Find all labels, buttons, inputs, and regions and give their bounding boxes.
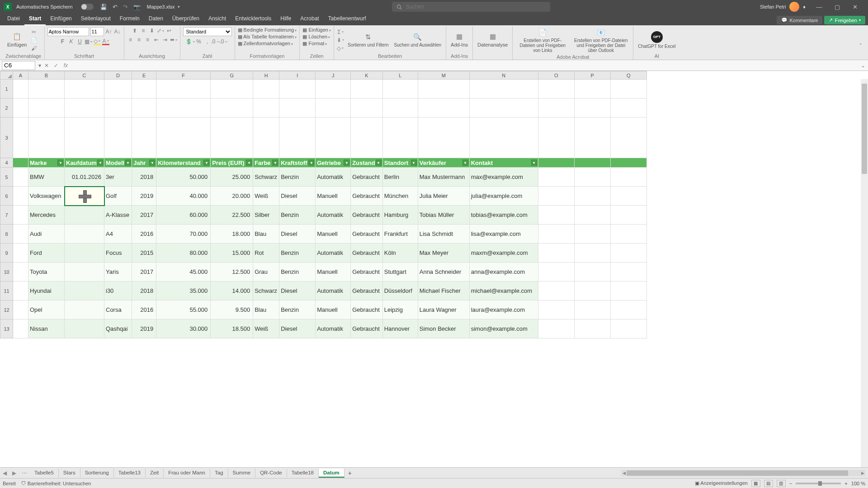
comments-button[interactable]: 💬 Kommentare: [777, 16, 822, 24]
cell[interactable]: [132, 117, 156, 158]
accessibility-status[interactable]: ⛉ Barrierefreiheit: Untersuchen: [21, 481, 91, 486]
sheet-tab[interactable]: Tag: [210, 469, 228, 478]
row-header[interactable]: 6: [0, 187, 13, 206]
cell[interactable]: [382, 99, 418, 117]
fx-icon[interactable]: fx: [62, 62, 70, 69]
cell[interactable]: 30.000: [156, 319, 211, 338]
cell[interactable]: A4: [104, 225, 132, 244]
cell[interactable]: [610, 244, 646, 263]
vertical-scrollbar[interactable]: [861, 79, 868, 467]
page-layout-view-icon[interactable]: ▤: [764, 480, 773, 487]
create-pdf-outlook[interactable]: 📧Erstellen von PDF-Dateien und Freigeben…: [571, 27, 630, 54]
doc-dropdown-icon[interactable]: ▾: [178, 5, 180, 9]
cell[interactable]: Leipzig: [382, 300, 418, 319]
col-header[interactable]: H: [253, 71, 279, 80]
cell[interactable]: [574, 99, 610, 117]
cell[interactable]: michael@example.com: [469, 282, 538, 300]
cell[interactable]: Weiß: [253, 319, 279, 338]
cell[interactable]: [610, 158, 646, 168]
cell[interactable]: [538, 244, 574, 263]
row-header[interactable]: 7: [0, 206, 13, 225]
cell[interactable]: [382, 117, 418, 158]
col-header[interactable]: B: [28, 71, 65, 80]
cell[interactable]: [538, 225, 574, 244]
decrease-font-icon[interactable]: A↓: [114, 28, 121, 35]
filter-icon[interactable]: ▾: [411, 160, 417, 166]
menu-tab-entwicklertools[interactable]: Entwicklertools: [231, 13, 276, 25]
cell[interactable]: [104, 99, 132, 117]
cell[interactable]: Benzin: [279, 244, 316, 263]
save-icon[interactable]: 💾: [100, 4, 107, 10]
sheet-tab[interactable]: QR-Code: [255, 469, 287, 478]
align-left-icon[interactable]: ≡: [127, 36, 134, 43]
sheet-tab[interactable]: Summe: [228, 469, 256, 478]
col-header[interactable]: D: [104, 71, 132, 80]
menu-tab-start[interactable]: Start: [24, 13, 46, 25]
clear-icon[interactable]: ◇: [337, 45, 344, 52]
search-input[interactable]: [406, 4, 546, 10]
cell[interactable]: Stuttgart: [382, 263, 418, 282]
cell[interactable]: Silber: [253, 206, 279, 225]
number-format[interactable]: Standard: [183, 27, 232, 36]
cell[interactable]: [574, 117, 610, 158]
filter-icon[interactable]: ▾: [246, 160, 252, 166]
zoom-slider[interactable]: [796, 483, 841, 484]
cell[interactable]: Gebraucht: [351, 225, 383, 244]
menu-tab-tabellenentwurf[interactable]: Tabellenentwurf: [324, 13, 371, 25]
sheet-tab[interactable]: Tabelle13: [114, 469, 146, 478]
menu-tab-ansicht[interactable]: Ansicht: [204, 13, 231, 25]
cell[interactable]: [13, 225, 28, 244]
cell[interactable]: 60.000: [156, 206, 211, 225]
cell[interactable]: 2019: [132, 319, 156, 338]
cell[interactable]: Benzin: [279, 206, 316, 225]
filter-icon[interactable]: ▾: [97, 160, 103, 166]
cell[interactable]: [65, 225, 104, 244]
cell[interactable]: Max Meyer: [418, 244, 469, 263]
cell[interactable]: 2019: [132, 187, 156, 206]
cell[interactable]: [574, 300, 610, 319]
add-sheet-icon[interactable]: +: [344, 469, 355, 477]
minimize-icon[interactable]: —: [810, 4, 828, 10]
sheet-nav-more-icon[interactable]: ⋯: [19, 470, 30, 476]
wrap-text-icon[interactable]: ↩: [165, 27, 173, 34]
decrease-decimal-icon[interactable]: .0←: [221, 38, 228, 45]
horizontal-scrollbar[interactable]: ◀▶: [621, 470, 865, 476]
cell[interactable]: Schwarz: [253, 168, 279, 187]
cell[interactable]: Frankfurt: [382, 225, 418, 244]
cell[interactable]: Manuell: [316, 300, 351, 319]
cell[interactable]: Hyundai: [28, 282, 65, 300]
cell[interactable]: [65, 263, 104, 282]
cell[interactable]: 70.000: [156, 225, 211, 244]
cell[interactable]: 14.000: [211, 282, 253, 300]
cell[interactable]: [211, 117, 253, 158]
cell[interactable]: [65, 282, 104, 300]
cell[interactable]: Gebraucht: [351, 282, 383, 300]
select-all-corner[interactable]: [0, 71, 13, 80]
col-header[interactable]: E: [132, 71, 156, 80]
paste-button[interactable]: 📋Einfügen: [5, 31, 28, 48]
cell[interactable]: [65, 244, 104, 263]
row-header[interactable]: 12: [0, 300, 13, 319]
cell[interactable]: 22.500: [211, 206, 253, 225]
cell[interactable]: [156, 99, 211, 117]
cell[interactable]: [279, 99, 316, 117]
cell[interactable]: Rot: [253, 244, 279, 263]
cell[interactable]: A-Klasse: [104, 206, 132, 225]
cell[interactable]: [610, 282, 646, 300]
cell[interactable]: [13, 80, 28, 99]
row-header[interactable]: 2: [0, 99, 13, 117]
cell[interactable]: 2016: [132, 225, 156, 244]
cell[interactable]: [538, 300, 574, 319]
cell[interactable]: [574, 282, 610, 300]
cell[interactable]: [316, 80, 351, 99]
cell[interactable]: Schwarz: [253, 282, 279, 300]
cell[interactable]: 3er: [104, 168, 132, 187]
col-header[interactable]: M: [418, 71, 469, 80]
cell[interactable]: [253, 117, 279, 158]
italic-icon[interactable]: K: [68, 38, 75, 45]
cell[interactable]: Automatik: [316, 282, 351, 300]
cell[interactable]: Corsa: [104, 300, 132, 319]
menu-tab-acrobat[interactable]: Acrobat: [296, 13, 323, 25]
cell[interactable]: [574, 263, 610, 282]
cell[interactable]: Toyota: [28, 263, 65, 282]
